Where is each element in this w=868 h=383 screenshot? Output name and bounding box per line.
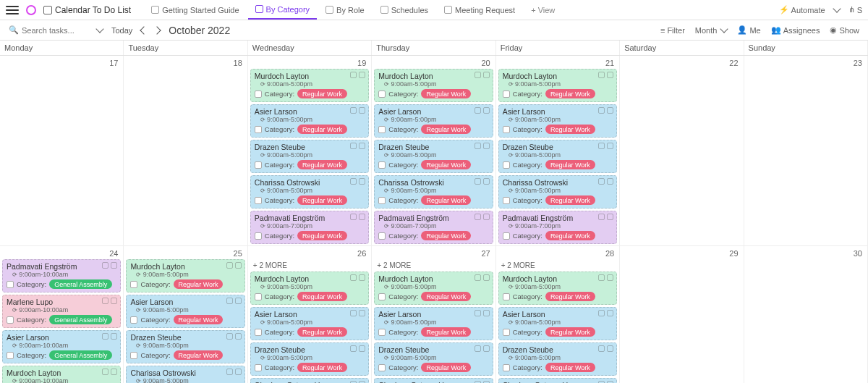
calendar-cell[interactable]: 29: [620, 246, 744, 383]
event-card[interactable]: Drazen Steube9:00am-5:00pmCategory:Regul…: [250, 140, 369, 173]
event-card[interactable]: Drazen Steube9:00am-5:00pmCategory:Regul…: [374, 342, 493, 376]
me-button[interactable]: 👤Me: [737, 25, 760, 35]
calendar-cell[interactable]: 28+ 2 MOREMurdoch Layton9:00am-5:00pmCat…: [496, 246, 620, 383]
calendar-cell[interactable]: 18: [124, 56, 247, 246]
category-icon: [378, 91, 386, 98]
search-box[interactable]: 🔍: [9, 25, 103, 35]
event-card[interactable]: Drazen Steube9:00am-5:00pmCategory:Regul…: [126, 330, 244, 363]
share-button[interactable]: ⋔ S: [848, 5, 862, 14]
event-card[interactable]: Asier Larson9:00am-5:00pmCategory:Regula…: [374, 104, 493, 138]
event-card[interactable]: Drazen Steube9:00am-5:00pmCategory:Regul…: [374, 140, 493, 173]
add-view-button[interactable]: + View: [525, 6, 561, 14]
category-badge: Regular Work: [174, 315, 224, 324]
category-icon: [255, 126, 262, 133]
event-card[interactable]: Charissa Ostrowski9:00am-5:00pmCategory:…: [250, 378, 369, 383]
chevron-down-icon: [720, 25, 728, 33]
calendar-cell[interactable]: 21Murdoch Layton9:00am-5:00pmCategory:Re…: [496, 56, 620, 246]
event-card[interactable]: Asier Larson9:00am-10:00amCategory:Gener…: [2, 330, 121, 363]
more-events-button[interactable]: + 2 MORE: [250, 259, 369, 272]
category-icon: [503, 161, 510, 169]
category-badge: Regular Work: [174, 350, 224, 360]
event-card[interactable]: Murdoch Layton9:00am-5:00pmCategory:Regu…: [374, 69, 493, 102]
event-card[interactable]: Drazen Steube9:00am-5:00pmCategory:Regul…: [498, 140, 617, 173]
calendar-cell[interactable]: 20Murdoch Layton9:00am-5:00pmCategory:Re…: [372, 56, 495, 246]
assignees-button[interactable]: 👥Assignees: [771, 25, 820, 35]
calendar-cell[interactable]: 19Murdoch Layton9:00am-5:00pmCategory:Re…: [248, 56, 372, 246]
event-card[interactable]: Charissa Ostrowski9:00am-5:00pmCategory:…: [126, 366, 244, 383]
event-card[interactable]: Murdoch Layton9:00am-5:00pmCategory:Regu…: [250, 272, 369, 305]
view-mode-button[interactable]: Month: [695, 25, 728, 35]
event-card[interactable]: Murdoch Layton9:00am-10:00amCategory:Gen…: [2, 366, 121, 383]
eye-icon: ◉: [830, 25, 837, 35]
calendar-cell[interactable]: 24Padmavati Engström9:00am-10:00amCatego…: [0, 246, 124, 383]
show-button[interactable]: ◉Show: [830, 25, 859, 35]
event-card[interactable]: Padmavati Engström9:00am-7:00pmCategory:…: [374, 211, 493, 244]
recurring-icon: [226, 262, 233, 269]
calendar-cell[interactable]: 25Murdoch Layton9:00am-5:00pmCategory:Re…: [124, 246, 247, 383]
event-card[interactable]: Asier Larson9:00am-5:00pmCategory:Regula…: [498, 104, 617, 138]
event-card[interactable]: Asier Larson9:00am-5:00pmCategory:Regula…: [498, 307, 617, 340]
event-card[interactable]: Murdoch Layton9:00am-5:00pmCategory:Regu…: [374, 272, 493, 305]
calendar-cell[interactable]: 26+ 2 MOREMurdoch Layton9:00am-5:00pmCat…: [248, 246, 372, 383]
event-card[interactable]: Charissa Ostrowski9:00am-5:00pmCategory:…: [498, 175, 617, 209]
tab-schedules[interactable]: Schedules: [373, 0, 435, 20]
event-card[interactable]: Charissa Ostrowski9:00am-5:00pmCategory:…: [374, 378, 493, 383]
view-icon: [380, 6, 388, 14]
calendar-cell[interactable]: 27+ 2 MOREMurdoch Layton9:00am-5:00pmCat…: [372, 246, 495, 383]
event-card[interactable]: Charissa Ostrowski9:00am-5:00pmCategory:…: [250, 175, 369, 209]
calendar-cell[interactable]: 17: [0, 56, 124, 246]
next-month-button[interactable]: [153, 26, 161, 34]
event-card[interactable]: Asier Larson9:00am-5:00pmCategory:Regula…: [250, 104, 369, 138]
event-card[interactable]: Padmavati Engström9:00am-10:00amCategory…: [2, 259, 121, 292]
more-events-button[interactable]: + 2 MORE: [374, 259, 493, 272]
tab-by-category[interactable]: By Category: [248, 0, 318, 20]
event-card[interactable]: Murdoch Layton9:00am-5:00pmCategory:Regu…: [498, 69, 617, 102]
prev-month-button[interactable]: [140, 26, 148, 34]
event-card[interactable]: Murdoch Layton9:00am-5:00pmCategory:Regu…: [126, 259, 244, 292]
event-card[interactable]: Asier Larson9:00am-5:00pmCategory:Regula…: [126, 295, 244, 328]
category-label: Category:: [513, 161, 542, 169]
recurring-icon: [226, 369, 233, 375]
category-label: Category:: [265, 161, 294, 169]
event-card[interactable]: Drazen Steube9:00am-5:00pmCategory:Regul…: [250, 342, 369, 376]
options-icon: [483, 143, 490, 149]
category-icon: [130, 316, 137, 324]
filter-button[interactable]: ≡Filter: [660, 25, 685, 35]
recurring-icon: [475, 72, 481, 78]
event-card[interactable]: Asier Larson9:00am-5:00pmCategory:Regula…: [250, 307, 369, 340]
event-card[interactable]: Padmavati Engström9:00am-7:00pmCategory:…: [250, 211, 369, 244]
automate-button[interactable]: ⚡ Automate: [779, 5, 825, 14]
chevron-down-icon[interactable]: [95, 25, 103, 33]
event-card[interactable]: Murdoch Layton9:00am-5:00pmCategory:Regu…: [498, 272, 617, 305]
today-button[interactable]: Today: [111, 26, 132, 35]
event-title: Asier Larson: [378, 310, 488, 319]
calendar-cell[interactable]: 30: [744, 246, 868, 383]
tab-meeting-request[interactable]: Meeting Request: [437, 0, 522, 20]
tab-by-role[interactable]: By Role: [318, 0, 372, 20]
event-time: 9:00am-10:00am: [12, 377, 116, 383]
event-title: Drazen Steube: [130, 333, 240, 342]
event-card[interactable]: Marlene Lupo9:00am-10:00amCategory:Gener…: [2, 295, 121, 328]
calendar-cell[interactable]: 23: [744, 56, 868, 246]
category-label: Category:: [388, 161, 418, 169]
search-input[interactable]: [22, 26, 94, 35]
calendar-cell[interactable]: 22: [620, 56, 744, 246]
day-header: Thursday: [372, 41, 495, 55]
tab-getting-started-guide[interactable]: Getting Started Guide: [144, 0, 246, 20]
more-events-button[interactable]: + 2 MORE: [498, 259, 617, 272]
automate-dropdown[interactable]: [834, 8, 840, 12]
event-card[interactable]: Murdoch Layton9:00am-5:00pmCategory:Regu…: [250, 69, 369, 102]
menu-icon[interactable]: [6, 4, 19, 17]
recurring-icon: [598, 72, 605, 78]
event-card[interactable]: Asier Larson9:00am-5:00pmCategory:Regula…: [374, 307, 493, 340]
view-icon: [151, 6, 159, 14]
event-card[interactable]: Drazen Steube9:00am-5:00pmCategory:Regul…: [498, 342, 617, 376]
options-icon: [483, 345, 490, 352]
event-card[interactable]: Charissa Ostrowski9:00am-5:00pmCategory:…: [498, 378, 617, 383]
event-card[interactable]: Charissa Ostrowski9:00am-5:00pmCategory:…: [374, 175, 493, 209]
event-title: Asier Larson: [378, 107, 488, 116]
event-time: 9:00am-5:00pm: [136, 342, 240, 349]
event-time: 9:00am-5:00pm: [384, 116, 488, 123]
event-card[interactable]: Padmavati Engström9:00am-7:00pmCategory:…: [498, 211, 617, 244]
category-icon: [7, 352, 14, 359]
